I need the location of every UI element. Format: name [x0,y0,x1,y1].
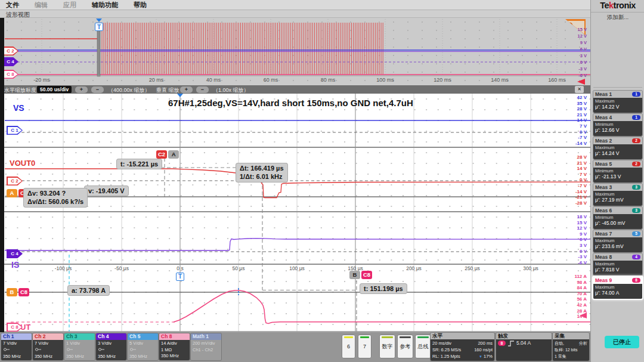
aux-button-2[interactable]: 数字 [379,335,395,358]
measurement-stat: Maximum [595,284,640,290]
channel-badge-math1[interactable]: Math 1200 mV/divCh1 - Ch2 [191,333,221,360]
measurement-card-6[interactable]: Meas 63Minimumμ′: -45.00 mV [593,207,642,229]
main-waveform-view[interactable]: 67H#1,25deg,VS=14V,hard short 150ms,no G… [0,94,590,332]
aux-button-label: 数字 [382,343,393,351]
bottom-settings-bar: Ch 17 V/div350 MHzCh 27 V/div350 MHzCh 3… [0,332,590,362]
oscilloscope-app: 文件编辑应用辅助功能帮助 波形视图 T -20 ms20 ms40 ms60 m… [0,0,644,362]
ch2-name-label[interactable]: VOUT0 [10,159,35,168]
measurement-card-2[interactable]: Meas 41Minimumμ′: 12.66 V [593,114,642,136]
cursor-a-source-badge[interactable]: C2 A [156,150,179,159]
ch4-name-label[interactable]: IS [11,260,19,270]
channel-badge-ch4[interactable]: Ch 43 V/div350 MHz [96,333,126,360]
aux-button-0[interactable]: 6 [342,335,355,358]
trigger-panel[interactable]: 触发 8 5.04 A [496,333,552,361]
acquisition-analysis: 分析 [579,340,587,346]
delta-v-readout[interactable]: Δv: 93.204 ? Δv/Δt: 560.06 k?/s [24,188,87,207]
cursor-a-value-readout[interactable]: v: -19.405 V [85,186,128,196]
probe-icon [35,347,42,352]
overview-volt-label: 0 V [566,60,587,65]
horizontal-panel[interactable]: 水平 20 ms/div200 ms SR: 6.25 MS/s160 ns/p… [431,333,494,361]
menu-item-3[interactable]: 辅助功能 [92,1,118,10]
acquisition-panel[interactable]: 采集 自动,分析 取样: 12 bits 1 采集 [553,333,589,361]
acquisition-count: 1 采集 [555,353,587,360]
measurement-card-9[interactable]: Meas 98Maximumμ′: 74.00 A [593,277,642,299]
aux-button-1[interactable]: 7 [358,335,371,358]
scale-label-ch2: -21 V [563,194,587,200]
acquisition-mode: 自动, [555,340,564,346]
scale-label-ch4: 18 V [563,214,587,219]
aux-button-4[interactable]: 总线 [415,335,431,358]
hzoom-plus-button[interactable]: + [75,86,88,93]
menu-item-1[interactable]: 编辑 [35,1,48,10]
close-zoom-icon[interactable]: ✕ [575,86,584,93]
delta-t-readout[interactable]: Δt: 166.419 µs 1/Δt: 6.01 kHz [236,163,287,182]
channel-extra: Ch1 - Ch2 [193,347,213,352]
channel-badge-ch5[interactable]: Ch 55 V/div350 MHz [128,333,158,360]
measurement-value: μ′: -45.00 mV [595,220,640,227]
menu-item-0[interactable]: 文件 [6,1,19,10]
main-time-label: 250 µs [465,265,480,271]
menu-bar: 文件编辑应用辅助功能帮助 [0,0,590,10]
channel-bandwidth: 350 MHz [35,354,61,360]
scale-label-ch4: -3 V [563,254,587,259]
trigger-marker[interactable]: T [176,273,184,281]
channel-bandwidth: 350 MHz [3,354,30,360]
channel-coupling [98,347,125,354]
aux-button-label: 总线 [418,343,429,351]
measurement-card-4[interactable]: Meas 52Minimumμ′: -21.13 V [593,160,642,182]
overview-time-label: 80 ms [321,77,336,83]
channel-badge-ch3[interactable]: Ch 31 V/div350 MHz [64,333,95,360]
vzoom-minus-button[interactable]: − [196,86,209,93]
vzoom-plus-button[interactable]: + [180,86,193,93]
scale-label-ch1: 28 V [563,106,587,112]
menu-item-4[interactable]: 帮助 [134,1,147,10]
trigger-flag-arrow-icon[interactable] [96,18,102,22]
scale-label-ch4: 12 V [563,225,587,231]
acquisition-stopped-button[interactable]: 已停止 [605,336,639,348]
overview-strip[interactable]: T -20 ms20 ms40 ms60 ms80 ms100 ms120 ms… [0,18,590,85]
channel-badge-ch8[interactable]: Ch 814 A/div1 MΩ350 MHz [159,333,190,360]
channel-bandwidth: 350 MHz [66,354,93,360]
cursor-a-time-readout[interactable]: t: -15.221 µs [117,159,162,169]
callout-text[interactable]: 67H#1,25deg,VS=14V,hard short 150ms,no G… [168,98,413,108]
overview-time-label: -20 ms [33,77,50,83]
measurement-stat: Minimum [595,122,640,127]
ch1-name-label[interactable]: VS [13,103,24,113]
cursor-b-time-readout[interactable]: t: 151.198 µs [360,284,407,293]
zoom-center-pointer-icon[interactable] [177,94,183,97]
measurement-value: μ′: 27.19 mV [595,197,640,203]
scale-label-ch4: 9 V [563,231,587,237]
aux-button-3[interactable]: 参考 [397,335,413,358]
hzoom-minus-button[interactable]: − [91,86,104,93]
measurement-card-1[interactable]: Meas 11Maximumμ′: 14.22 V [593,91,642,113]
probe-icon [98,347,105,352]
channel-badge-ch2[interactable]: Ch 27 V/div350 MHz [33,333,63,360]
ch2-level-arrow-icon[interactable] [577,79,585,85]
measurement-card-5[interactable]: Meas 33Maximumμ′: 27.19 mV [593,184,642,206]
overview-volt-label: 12 V [566,33,587,39]
measurement-card-8[interactable]: Meas 84Maximumμ′: 7.818 V [593,253,642,276]
channel-badge-title: Ch 8 [159,333,190,340]
ch8-level-arrow-icon[interactable] [580,313,587,318]
measurement-name: Meas 4 [595,115,612,120]
aux-button-stripe [382,336,393,338]
measurement-card-7[interactable]: Meas 75Maximumμ′: 233.6 mV [593,230,642,252]
hzoom-scale-value[interactable]: 50.00 us/div [37,86,72,93]
waveform-view-title: 波形视图 [0,10,590,18]
cursor-b-value-readout[interactable]: a: 73.798 A [68,286,109,295]
scale-label-ch2: -14 V [563,189,587,194]
channel-badge-title: Ch 4 [96,333,126,340]
channel-coupling [3,347,30,354]
aux-button-stripe [400,336,411,338]
overview-time-label: 20 ms [149,77,164,83]
cursor-b-source-badge[interactable]: B C8 [349,271,372,279]
cursor-b-level-badge[interactable]: B C8 [7,288,29,296]
scale-label-ch8: 42 A [563,302,587,308]
channel-badge-ch1[interactable]: Ch 17 V/div350 MHz [1,333,32,360]
trigger-position-bar[interactable] [97,30,100,76]
menu-item-2[interactable]: 应用 [63,1,76,10]
ch8-badge: C8 [18,288,29,296]
measurement-card-3[interactable]: Meas 22Maximumμ′: 14.24 V [593,137,642,159]
position-marker-icon: ▼ [479,355,482,358]
trigger-flag[interactable]: T [95,23,103,31]
